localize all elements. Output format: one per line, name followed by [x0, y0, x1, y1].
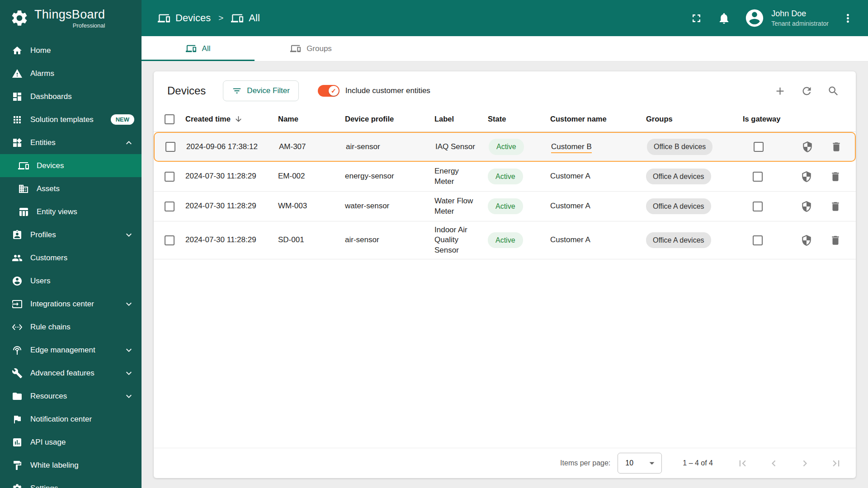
breadcrumb: Devices > All [158, 12, 260, 24]
sidebar-item-white-labeling[interactable]: White labeling [0, 454, 142, 477]
group-chip: Office B devices [647, 139, 712, 155]
toggle-label: Include customer entities [345, 86, 430, 95]
sidebar-item-label: Rule chains [30, 323, 71, 332]
is-gateway-checkbox [753, 235, 763, 245]
column-header-device-profile[interactable]: Device profile [345, 115, 434, 123]
fullscreen-icon[interactable] [690, 12, 703, 25]
devices-icon [18, 160, 29, 171]
sidebar-item-resources[interactable]: Resources [0, 385, 142, 408]
sidebar-item-profiles[interactable]: Profiles [0, 223, 142, 246]
row-checkbox[interactable] [165, 142, 175, 152]
breadcrumb-root-label: Devices [175, 12, 211, 24]
sidebar-item-rule-chains[interactable]: Rule chains [0, 315, 142, 338]
last-page-icon[interactable] [830, 457, 842, 469]
cell-label: IAQ Sensor [435, 142, 489, 152]
column-header-state[interactable]: State [488, 115, 550, 123]
sidebar-item-label: Customers [30, 253, 67, 263]
paint-icon [12, 460, 23, 471]
cell-groups: Office A devices [646, 232, 743, 248]
sidebar-item-devices[interactable]: Devices [0, 154, 142, 177]
delete-icon[interactable] [830, 235, 841, 246]
warning-icon [12, 68, 23, 79]
sidebar-item-entities[interactable]: Entities [0, 131, 142, 154]
page-title: Devices [167, 84, 206, 97]
delete-icon[interactable] [830, 171, 841, 183]
chevron-down-icon [123, 230, 134, 240]
sidebar-item-advanced-features[interactable]: Advanced features [0, 361, 142, 385]
sidebar-item-label: Resources [30, 392, 67, 401]
sidebar-item-entity-views[interactable]: Entity views [0, 200, 142, 223]
items-per-page-select[interactable]: 10 [618, 453, 662, 474]
cell-device-profile: air-sensor [346, 142, 435, 152]
thingsboard-logo[interactable]: ThingsBoard Professional [0, 0, 142, 36]
sidebar: ThingsBoard Professional Home Alarms Das… [0, 0, 142, 488]
row-actions [801, 235, 856, 246]
next-page-icon[interactable] [799, 457, 811, 469]
top-bar: Devices > All John Doe Tenant administra… [142, 0, 868, 36]
sidebar-item-label: Users [30, 277, 50, 286]
refresh-icon[interactable] [801, 85, 813, 97]
delete-icon[interactable] [830, 141, 842, 153]
sidebar-item-integrations-center[interactable]: Integrations center [0, 292, 142, 315]
user-avatar[interactable] [744, 8, 765, 28]
content-area: Devices Device Filter ✓ Include customer… [142, 61, 868, 488]
devices-icon [186, 43, 196, 54]
row-checkbox[interactable] [165, 235, 175, 245]
main-area: Devices > All John Doe Tenant administra… [142, 0, 868, 488]
security-shield-icon[interactable] [801, 235, 812, 246]
sidebar-item-edge-management[interactable]: Edge management [0, 338, 142, 361]
tab-groups[interactable]: Groups [255, 36, 368, 61]
chevron-down-icon [123, 368, 134, 379]
row-checkbox[interactable] [165, 202, 175, 211]
filter-icon [232, 86, 242, 96]
column-header-created-time[interactable]: Created time [185, 115, 278, 123]
device-filter-button[interactable]: Device Filter [223, 80, 298, 101]
cell-name: EM-002 [278, 171, 345, 181]
sidebar-item-api-usage[interactable]: API usage [0, 431, 142, 454]
cell-name: SD-001 [278, 235, 345, 245]
device-row[interactable]: 2024-07-30 11:28:29 WM-003 water-sensor … [154, 192, 856, 221]
sidebar-item-notification-center[interactable]: Notification center [0, 408, 142, 431]
tab-all[interactable]: All [142, 36, 255, 61]
breadcrumb-devices[interactable]: Devices [158, 12, 211, 24]
sidebar-item-customers[interactable]: Customers [0, 246, 142, 269]
device-row[interactable]: 2024-07-30 11:28:29 SD-001 air-sensor In… [154, 221, 856, 259]
sidebar-item-users[interactable]: Users [0, 269, 142, 292]
sidebar-item-solution-templates[interactable]: Solution templates NEW [0, 108, 142, 131]
row-checkbox[interactable] [165, 172, 175, 182]
sidebar-item-settings[interactable]: Settings [0, 477, 142, 488]
is-gateway-checkbox [753, 202, 763, 211]
column-header-label[interactable]: Label [434, 115, 488, 123]
kebab-menu-icon[interactable] [841, 12, 854, 25]
sidebar-item-home[interactable]: Home [0, 39, 142, 62]
sidebar-item-label: Assets [37, 184, 60, 193]
column-header-customer-name[interactable]: Customer name [550, 115, 646, 123]
column-header-name[interactable]: Name [278, 115, 345, 123]
cell-name: WM-003 [278, 201, 345, 211]
sidebar-item-label: Entities [30, 138, 56, 147]
breadcrumb-all[interactable]: All [231, 12, 259, 24]
sidebar-item-dashboards[interactable]: Dashboards [0, 85, 142, 108]
sidebar-item-assets[interactable]: Assets [0, 177, 142, 200]
notifications-bell-icon[interactable] [717, 12, 731, 25]
flag-icon [12, 414, 23, 425]
sidebar-item-alarms[interactable]: Alarms [0, 62, 142, 85]
device-row[interactable]: 2024-09-06 17:38:12 AM-307 air-sensor IA… [154, 132, 856, 162]
security-shield-icon[interactable] [801, 201, 812, 212]
security-shield-icon[interactable] [802, 141, 813, 153]
delete-icon[interactable] [830, 201, 841, 212]
device-row[interactable]: 2024-07-30 11:28:29 EM-002 energy-sensor… [154, 162, 856, 192]
add-entity-icon[interactable] [774, 85, 786, 97]
previous-page-icon[interactable] [768, 457, 780, 469]
security-shield-icon[interactable] [801, 171, 812, 183]
select-all-checkbox[interactable] [165, 114, 175, 124]
include-customer-entities-toggle[interactable]: ✓ Include customer entities [318, 85, 430, 97]
sort-descending-icon [231, 115, 243, 123]
search-icon[interactable] [827, 85, 840, 97]
folder-icon [12, 391, 23, 402]
first-page-icon[interactable] [736, 457, 749, 469]
toggle-switch[interactable]: ✓ [318, 85, 340, 97]
row-actions [801, 201, 856, 212]
dashboard-icon [12, 91, 23, 102]
table-empty-space [154, 259, 856, 448]
